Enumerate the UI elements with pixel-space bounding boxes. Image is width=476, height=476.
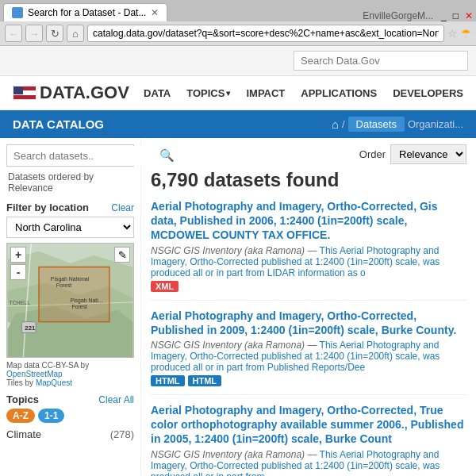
- site-search-bar: [0, 46, 476, 76]
- svg-rect-6: [39, 267, 109, 322]
- rss-icon[interactable]: ☂: [461, 27, 471, 40]
- dataset-meta: NSGIC GIS Inventory (aka Ramona) — This …: [151, 340, 466, 373]
- svg-text:Pisgah National: Pisgah National: [51, 276, 90, 282]
- filter-location-section: Filter by location Clear North Carolina: [6, 202, 134, 387]
- topics-header: Topics Clear All: [6, 393, 134, 405]
- search-datasets-input[interactable]: [7, 146, 153, 166]
- topics-title: Topics: [6, 393, 39, 405]
- browser-tab[interactable]: Search for a Dataset - Dat... ✕: [3, 3, 167, 21]
- topic-badges: A-Z 1-1: [6, 409, 134, 423]
- breadcrumb-bar: DATA CATALOG ⌂ / Datasets Organizati...: [0, 110, 476, 138]
- window-user: EnvilleGorgeM...: [363, 10, 438, 21]
- tab-bar: Search for a Dataset - Dat... ✕ EnvilleG…: [0, 0, 476, 21]
- order-label: Order: [359, 148, 386, 160]
- osm-link[interactable]: OpenStreetMap: [6, 370, 63, 378]
- nav-developers[interactable]: DEVELOPERS: [393, 87, 463, 99]
- site-search-input[interactable]: [294, 51, 468, 71]
- topic-item[interactable]: Climate (278): [6, 428, 134, 441]
- nav-topics[interactable]: TOPICS ▾: [186, 87, 230, 99]
- tab-label: Search for a Dataset - Dat...: [28, 7, 146, 18]
- logo-flag: [13, 86, 36, 100]
- map-container: Pisgah National Forest Pisgah Nati... Fo…: [6, 243, 134, 358]
- dataset-meta: NSGIC GIS Inventory (aka Ramona) — This …: [151, 449, 466, 477]
- svg-text:Pisgah Nati...: Pisgah Nati...: [71, 298, 103, 304]
- dataset-item: Aerial Photography and Imagery, Ortho-Co…: [151, 199, 466, 301]
- results-count: 6,790 datasets found: [151, 169, 466, 191]
- logo: DATA.GOV: [13, 83, 129, 103]
- close-button[interactable]: ✕: [462, 10, 476, 21]
- dataset-meta: NSGIC GIS Inventory (aka Ramona) — This …: [151, 245, 466, 278]
- bookmark-star-icon[interactable]: ☆: [447, 27, 458, 40]
- topics-section: Topics Clear All A-Z 1-1 Climate (278): [6, 393, 134, 441]
- breadcrumb: ⌂ / Datasets Organizati...: [332, 117, 463, 132]
- dataset-source: NSGIC GIS Inventory (aka Ramona): [151, 340, 305, 351]
- dataset-tags: HTML HTML: [151, 375, 466, 386]
- map-controls: + -: [10, 247, 26, 280]
- browser-nav: ← → ↻ ⌂ ☆ ☂: [0, 21, 476, 45]
- site-header: DATA.GOV DATA TOPICS ▾ IMPACT APPLICATIO…: [0, 76, 476, 110]
- tag-html-1[interactable]: HTML: [151, 375, 185, 386]
- svg-text:Forest: Forest: [56, 282, 72, 288]
- dataset-title[interactable]: Aerial Photography and Imagery, Ortho-Co…: [151, 403, 466, 447]
- topics-clear-button[interactable]: Clear All: [98, 394, 134, 405]
- topic-badge-az[interactable]: A-Z: [6, 409, 35, 423]
- header-nav: DATA TOPICS ▾ IMPACT APPLICATIONS DEVELO…: [144, 87, 463, 99]
- home-button[interactable]: ⌂: [67, 25, 84, 42]
- map-attribution: Map data CC-BY-SA by OpenStreetMap Tiles…: [6, 361, 134, 387]
- dataset-item: Aerial Photography and Imagery, Ortho-Co…: [151, 309, 466, 395]
- svg-text:221: 221: [25, 324, 36, 332]
- breadcrumb-org[interactable]: Organizati...: [408, 118, 463, 130]
- tag-xml[interactable]: XML: [151, 281, 178, 292]
- address-bar[interactable]: [87, 25, 444, 42]
- nav-applications[interactable]: APPLICATIONS: [301, 87, 377, 99]
- home-icon[interactable]: ⌂: [332, 117, 339, 131]
- map-edit-button[interactable]: ✎: [114, 247, 130, 263]
- back-button[interactable]: ←: [5, 25, 22, 42]
- svg-text:TCHELL: TCHELL: [10, 300, 31, 305]
- dataset-item: Aerial Photography and Imagery, Ortho-Co…: [151, 403, 466, 476]
- location-select[interactable]: North Carolina: [6, 217, 134, 238]
- dataset-tags: XML: [151, 281, 466, 292]
- breadcrumb-separator: /: [342, 118, 345, 130]
- dataset-title[interactable]: Aerial Photography and Imagery, Ortho-Co…: [151, 309, 466, 337]
- logo-text: DATA.GOV: [40, 83, 129, 103]
- maximize-button[interactable]: □: [450, 10, 462, 21]
- map-zoom-in-button[interactable]: +: [10, 247, 26, 263]
- svg-text:Forest: Forest: [71, 304, 87, 309]
- refresh-button[interactable]: ↻: [46, 25, 63, 42]
- nav-data[interactable]: DATA: [144, 87, 171, 99]
- order-select[interactable]: RelevanceNameDate: [390, 144, 466, 164]
- topic-label: Climate: [6, 428, 41, 440]
- ordered-by-label: Datasets ordered by Relevance: [6, 171, 134, 194]
- topic-count: (278): [110, 428, 134, 440]
- forward-button[interactable]: →: [25, 25, 43, 42]
- browser-chrome: Search for a Dataset - Dat... ✕ EnvilleG…: [0, 0, 476, 46]
- mapquest-link[interactable]: MapQuest: [36, 378, 72, 387]
- map-zoom-out-button[interactable]: -: [10, 264, 26, 280]
- breadcrumb-datasets[interactable]: Datasets: [348, 117, 405, 132]
- minimize-button[interactable]: _: [438, 10, 450, 21]
- chevron-down-icon: ▾: [226, 89, 230, 98]
- filter-location-clear[interactable]: Clear: [111, 202, 134, 213]
- tab-favicon: [12, 7, 23, 18]
- sidebar: 🔍 Datasets ordered by Relevance Filter b…: [0, 138, 141, 476]
- topic-badge-num[interactable]: 1-1: [38, 409, 64, 423]
- filter-location-title: Filter by location: [6, 202, 89, 213]
- dataset-source: NSGIC GIS Inventory (aka Ramona): [151, 449, 305, 460]
- filter-location-header: Filter by location Clear: [6, 202, 134, 213]
- tab-close-button[interactable]: ✕: [151, 7, 159, 18]
- page-title: DATA CATALOG: [13, 117, 104, 131]
- search-datasets-row: 🔍: [6, 144, 134, 167]
- tag-html-2[interactable]: HTML: [188, 375, 222, 386]
- dataset-source: NSGIC GIS Inventory (aka Ramona): [151, 245, 305, 256]
- nav-impact[interactable]: IMPACT: [246, 87, 285, 99]
- order-row: Order RelevanceNameDate: [151, 144, 466, 164]
- main-content: Order RelevanceNameDate 6,790 datasets f…: [141, 138, 476, 476]
- dataset-title[interactable]: Aerial Photography and Imagery, Ortho-Co…: [151, 199, 466, 243]
- main-layout: 🔍 Datasets ordered by Relevance Filter b…: [0, 138, 476, 476]
